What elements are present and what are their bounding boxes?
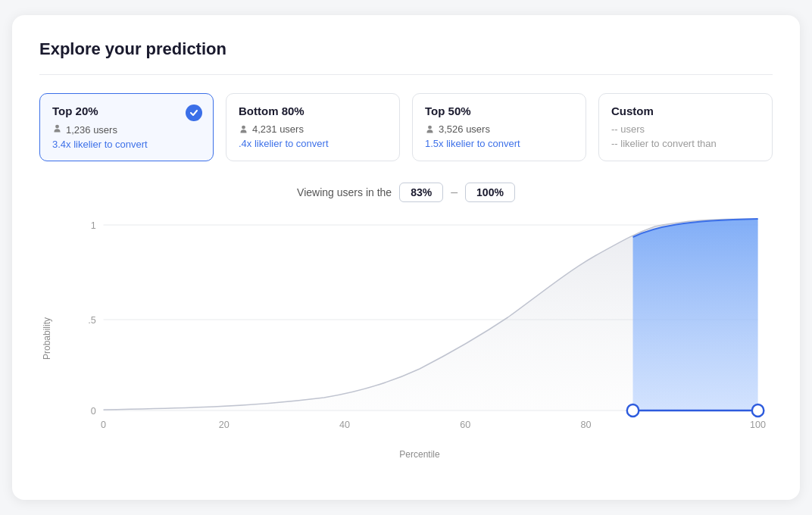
svg-text:60: 60	[460, 419, 470, 430]
right-handle[interactable]	[752, 404, 764, 417]
viewing-label: Viewing users in the	[297, 186, 392, 198]
svg-text:0: 0	[91, 405, 96, 417]
chart-container: Probability	[39, 217, 773, 460]
chart-svg: 1 .5 0 0 20 40 60 80	[67, 217, 773, 445]
segment-card-custom[interactable]: Custom -- users -- likelier to convert t…	[598, 93, 773, 161]
range-dash: –	[451, 186, 458, 199]
svg-text:40: 40	[339, 419, 350, 430]
segment-title-top50: Top 50%	[425, 105, 573, 117]
svg-text:80: 80	[580, 419, 591, 430]
segment-title-custom: Custom	[611, 105, 760, 117]
percent-to[interactable]: 100%	[465, 183, 515, 202]
y-axis-label: Probability	[42, 317, 52, 360]
segment-convert-top50: 1.5x likelier to convert	[425, 138, 573, 149]
segment-convert-custom: -- likelier to convert than	[611, 138, 760, 149]
segment-title-bottom80: Bottom 80%	[239, 105, 387, 117]
svg-text:100: 100	[750, 419, 766, 430]
svg-text:1: 1	[91, 220, 96, 231]
percent-from[interactable]: 83%	[399, 183, 443, 202]
segment-convert-bottom80: .4x likelier to convert	[239, 138, 387, 149]
segment-users-top50: 3,526 users	[425, 123, 573, 135]
segment-cards: Top 20% 1,236 users 3.4x likelier to con…	[39, 93, 773, 161]
chart-area: 1 .5 0 0 20 40 60 80	[67, 217, 773, 445]
divider	[39, 74, 773, 75]
x-axis-label: Percentile	[67, 449, 773, 460]
segment-card-top20[interactable]: Top 20% 1,236 users 3.4x likelier to con…	[39, 93, 214, 161]
main-card: Explore your prediction Top 20% 1,236 us…	[12, 15, 800, 500]
viewing-row: Viewing users in the 83% – 100%	[39, 183, 773, 202]
user-icon-top20	[52, 123, 62, 136]
segment-card-top50[interactable]: Top 50% 3,526 users 1.5x likelier to con…	[412, 93, 586, 161]
segment-title-top20: Top 20%	[52, 105, 201, 117]
left-handle[interactable]	[627, 404, 639, 417]
page-title: Explore your prediction	[39, 39, 773, 59]
check-icon-top20	[186, 105, 202, 121]
svg-text:20: 20	[219, 419, 230, 430]
segment-card-bottom80[interactable]: Bottom 80% 4,231 users .4x likelier to c…	[226, 93, 400, 161]
svg-text:0: 0	[101, 419, 106, 430]
segment-users-bottom80: 4,231 users	[239, 123, 387, 135]
segment-convert-top20: 3.4x likelier to convert	[52, 139, 201, 150]
svg-text:.5: .5	[88, 314, 96, 326]
segment-users-custom: -- users	[611, 123, 760, 135]
segment-users-top20: 1,236 users	[52, 123, 201, 136]
